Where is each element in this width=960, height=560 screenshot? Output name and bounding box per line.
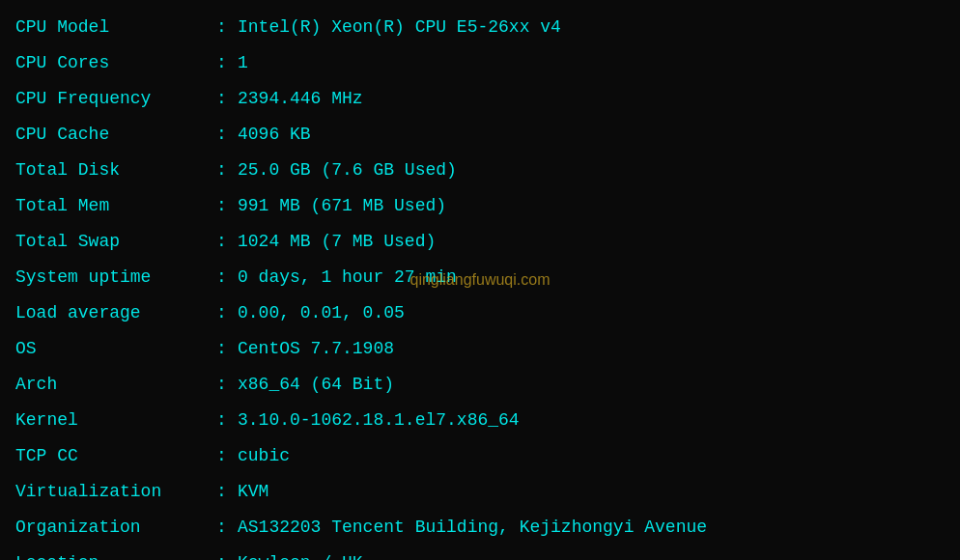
row-value-4: 25.0 GB (7.6 GB Used) <box>238 153 945 188</box>
table-row: CPU Model:Intel(R) Xeon(R) CPU E5-26xx v… <box>15 10 945 45</box>
row-label-8: Load average <box>15 295 209 331</box>
table-row: Arch:x86_64 (64 Bit) <box>15 367 945 403</box>
row-label-3: CPU Cache <box>15 117 209 153</box>
row-value-9: CentOS 7.7.1908 <box>238 331 945 367</box>
row-colon-2: : <box>209 81 238 117</box>
row-value-2: 2394.446 MHz <box>238 81 945 117</box>
row-label-10: Arch <box>15 367 209 403</box>
row-value-8: 0.00, 0.01, 0.05 <box>238 295 945 331</box>
row-value-1: 1 <box>238 45 945 81</box>
row-value-15: Kowloon / HK <box>238 546 945 560</box>
row-label-2: CPU Frequency <box>15 81 209 117</box>
row-label-9: OS <box>15 331 209 367</box>
row-label-13: Virtualization <box>15 474 209 510</box>
row-value-3: 4096 KB <box>238 117 945 153</box>
row-colon-14: : <box>209 510 238 546</box>
table-row: TCP CC:cubic <box>15 438 945 474</box>
row-colon-10: : <box>209 367 238 403</box>
row-label-11: Kernel <box>15 403 209 438</box>
row-label-1: CPU Cores <box>15 45 209 81</box>
table-row: CPU Frequency:2394.446 MHz <box>15 81 945 117</box>
row-colon-9: : <box>209 331 238 367</box>
row-label-7: System uptime <box>15 260 209 295</box>
table-row: Location:Kowloon / HK <box>15 546 945 560</box>
table-row: CPU Cores:1 <box>15 45 945 81</box>
row-label-14: Organization <box>15 510 209 546</box>
row-value-7: 0 days, 1 hour 27 min <box>238 260 945 295</box>
table-row: OS:CentOS 7.7.1908 <box>15 331 945 367</box>
row-value-13: KVM <box>238 474 945 510</box>
table-row: CPU Cache:4096 KB <box>15 117 945 153</box>
row-colon-3: : <box>209 117 238 153</box>
table-row: Organization:AS132203 Tencent Building, … <box>15 510 945 546</box>
row-colon-4: : <box>209 153 238 188</box>
row-colon-12: : <box>209 438 238 474</box>
table-row: Load average:0.00, 0.01, 0.05 <box>15 295 945 331</box>
row-colon-7: : <box>209 260 238 295</box>
row-colon-6: : <box>209 224 238 260</box>
row-label-12: TCP CC <box>15 438 209 474</box>
row-label-4: Total Disk <box>15 153 209 188</box>
table-row: Total Mem:991 MB (671 MB Used) <box>15 188 945 224</box>
table-row: Total Swap:1024 MB (7 MB Used) <box>15 224 945 260</box>
row-value-11: 3.10.0-1062.18.1.el7.x86_64 <box>238 403 945 438</box>
table-row: Total Disk:25.0 GB (7.6 GB Used) <box>15 153 945 188</box>
row-colon-5: : <box>209 188 238 224</box>
row-colon-8: : <box>209 295 238 331</box>
row-label-6: Total Swap <box>15 224 209 260</box>
row-value-10: x86_64 (64 Bit) <box>238 367 945 403</box>
row-value-14: AS132203 Tencent Building, Kejizhongyi A… <box>238 510 945 546</box>
row-value-5: 991 MB (671 MB Used) <box>238 188 945 224</box>
row-colon-15: : <box>209 546 238 560</box>
row-label-5: Total Mem <box>15 188 209 224</box>
row-label-15: Location <box>15 546 209 560</box>
row-value-12: cubic <box>238 438 945 474</box>
row-value-6: 1024 MB (7 MB Used) <box>238 224 945 260</box>
row-colon-11: : <box>209 403 238 438</box>
table-row: System uptime:0 days, 1 hour 27 min <box>15 260 945 295</box>
row-colon-0: : <box>209 10 238 45</box>
table-row: Kernel:3.10.0-1062.18.1.el7.x86_64 <box>15 403 945 438</box>
row-colon-13: : <box>209 474 238 510</box>
row-label-0: CPU Model <box>15 10 209 45</box>
system-info-table: CPU Model:Intel(R) Xeon(R) CPU E5-26xx v… <box>15 10 945 560</box>
table-row: Virtualization:KVM <box>15 474 945 510</box>
row-colon-1: : <box>209 45 238 81</box>
row-value-0: Intel(R) Xeon(R) CPU E5-26xx v4 <box>238 10 945 45</box>
